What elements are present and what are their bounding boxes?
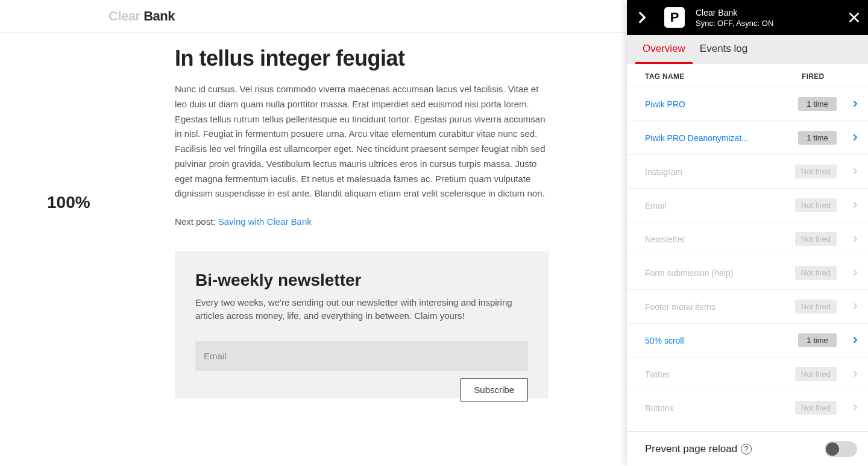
chevron-right-icon (837, 235, 858, 244)
tag-name: Twitter (645, 370, 795, 379)
tag-row[interactable]: ButtonsNot fired (627, 391, 868, 424)
tag-name: Instagram (645, 167, 795, 177)
chevron-right-icon (837, 99, 858, 109)
chevron-right-icon (837, 336, 858, 345)
toggle-knob (826, 442, 839, 456)
col-fired: FIRED (802, 72, 856, 81)
fired-badge: Not fired (795, 300, 837, 313)
panel-titles: Clear Bank Sync: OFF, Async: ON (696, 8, 773, 28)
debug-panel: P Clear Bank Sync: OFF, Async: ON Overvi… (627, 0, 868, 466)
next-post: Next post: Saving with Clear Bank (175, 215, 549, 230)
fired-badge: 1 time (798, 131, 837, 145)
fired-badge: Not fired (795, 367, 837, 381)
tag-row[interactable]: TwitterNot fired (627, 357, 868, 391)
fired-badge: 1 time (798, 333, 837, 347)
scroll-percent-indicator: 100% (47, 193, 90, 212)
fired-badge: Not fired (795, 266, 837, 280)
logo-word-clear: Clear (108, 8, 140, 24)
email-field[interactable] (195, 341, 528, 371)
fired-badge: Not fired (795, 198, 837, 212)
tag-row[interactable]: Footer menu itemsNot fired (627, 289, 868, 323)
prevent-reload-toggle[interactable] (825, 441, 857, 457)
tag-name: Email (645, 201, 795, 210)
tag-name: Footer menu items (645, 302, 795, 312)
chevron-right-icon (837, 302, 858, 312)
table-header: TAG NAME FIRED (627, 64, 868, 87)
piwik-logo-icon: P (664, 7, 685, 28)
tag-row[interactable]: 50% scroll1 time (627, 323, 868, 357)
subscribe-button[interactable]: Subscribe (460, 378, 528, 401)
tag-row[interactable]: EmailNot fired (627, 188, 868, 222)
newsletter-title: Bi-weekly newsletter (195, 271, 528, 290)
chevron-right-icon (837, 201, 858, 210)
tag-row[interactable]: Piwik PRO1 time (627, 87, 868, 121)
tag-name: Piwik PRO (645, 99, 798, 109)
help-icon[interactable]: ? (741, 444, 752, 455)
panel-title: Clear Bank (696, 8, 773, 17)
chevron-right-icon (837, 167, 858, 177)
fired-badge: Not fired (795, 401, 837, 415)
site-logo[interactable]: Clear Bank (108, 8, 175, 24)
chevron-right-icon (837, 403, 858, 413)
tab-overview[interactable]: Overview (635, 35, 693, 64)
expand-button[interactable] (634, 10, 650, 25)
tab-events-log[interactable]: Events log (693, 35, 755, 64)
chevron-right-icon (837, 268, 858, 278)
tag-row[interactable]: InstagramNot fired (627, 154, 868, 188)
article-body: Nunc id cursus. Vel risus commodo viverr… (175, 82, 549, 201)
tag-name: Newsletter (645, 235, 795, 244)
newsletter-box: Bi-weekly newsletter Every two weeks, we… (175, 251, 549, 398)
panel-subtitle: Sync: OFF, Async: ON (696, 19, 773, 28)
chevron-right-icon (837, 133, 858, 143)
tag-list[interactable]: Piwik PRO1 timePiwik PRO Deanonymizat...… (627, 87, 868, 431)
tag-row[interactable]: NewsletterNot fired (627, 222, 868, 256)
tag-name: 50% scroll (645, 336, 798, 345)
next-post-label: Next post: (175, 216, 218, 227)
tag-name: Form submission (help) (645, 268, 795, 278)
tag-row[interactable]: Piwik PRO Deanonymizat...1 time (627, 121, 868, 154)
newsletter-desc: Every two weeks, we're sending out our n… (195, 296, 528, 323)
chevron-right-icon (837, 370, 858, 379)
panel-footer: Prevent page reload ? (627, 431, 868, 466)
close-button[interactable] (848, 11, 861, 24)
logo-word-bank: Bank (140, 8, 175, 24)
prevent-reload-label: Prevent page reload ? (645, 443, 752, 455)
tag-name: Piwik PRO Deanonymizat... (645, 133, 798, 143)
article-title: In tellus integer feugiat (175, 46, 549, 71)
panel-tabs: Overview Events log (627, 35, 868, 64)
panel-header: P Clear Bank Sync: OFF, Async: ON (627, 0, 868, 35)
fired-badge: Not fired (795, 232, 837, 246)
next-post-link[interactable]: Saving with Clear Bank (218, 216, 312, 227)
tag-row[interactable]: Form submission (help)Not fired (627, 256, 868, 289)
fired-badge: 1 time (798, 97, 837, 111)
fired-badge: Not fired (795, 165, 837, 178)
article: In tellus integer feugiat Nunc id cursus… (175, 46, 549, 398)
tag-name: Buttons (645, 403, 795, 413)
col-tag-name: TAG NAME (645, 72, 802, 81)
